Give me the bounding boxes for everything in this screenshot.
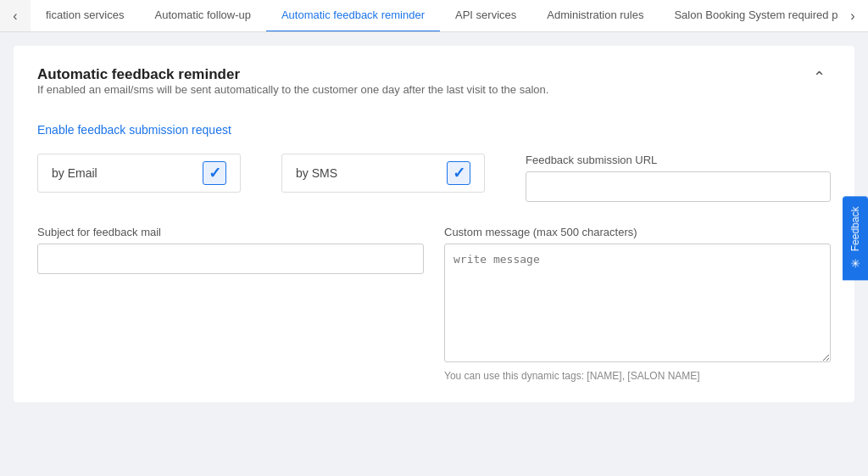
message-label: Custom message (max 500 characters) xyxy=(444,226,831,238)
tab-administration-rules[interactable]: Administration rules xyxy=(531,0,659,31)
url-input[interactable] xyxy=(526,171,831,202)
subject-input[interactable] xyxy=(37,244,424,274)
by-sms-checkmark: ✓ xyxy=(453,165,465,181)
by-email-label: by Email xyxy=(52,166,203,180)
section-label: Enable feedback submission request xyxy=(37,123,831,137)
tab-automatic-feedback[interactable]: Automatic feedback reminder xyxy=(266,0,440,31)
subject-label: Subject for feedback mail xyxy=(37,226,424,238)
feedback-reminder-card: Automatic feedback reminder If enabled a… xyxy=(14,46,854,402)
tabs-list: fication services Automatic follow-up Au… xyxy=(31,0,837,31)
card-title: Automatic feedback reminder xyxy=(37,66,548,83)
hint-text: You can use this dynamic tags: [NAME], [… xyxy=(444,370,831,382)
url-label: Feedback submission URL xyxy=(526,154,831,166)
subject-section: Subject for feedback mail xyxy=(37,226,424,382)
url-field-group: Feedback submission URL xyxy=(526,154,831,202)
message-section: Custom message (max 500 characters) You … xyxy=(444,226,831,382)
tab-api-services[interactable]: API services xyxy=(440,0,531,31)
by-sms-label: by SMS xyxy=(296,166,447,180)
message-textarea[interactable] xyxy=(444,244,831,362)
card-header-text: Automatic feedback reminder If enabled a… xyxy=(37,66,548,116)
tab-bar: ‹ fication services Automatic follow-up … xyxy=(0,0,868,32)
collapse-button[interactable]: ⌃ xyxy=(808,66,831,88)
feedback-sidebar-button[interactable]: ✳ Feedback xyxy=(843,196,868,280)
by-sms-checkbox[interactable]: ✓ xyxy=(447,161,470,185)
tab-prev-button[interactable]: ‹ xyxy=(0,0,31,32)
by-email-group: by Email ✓ xyxy=(37,154,241,193)
feedback-star-icon: ✳ xyxy=(849,256,862,270)
feedback-button-label: Feedback xyxy=(849,206,861,251)
tab-salon-booking[interactable]: Salon Booking System required pages xyxy=(659,0,837,31)
by-email-checkmark: ✓ xyxy=(209,165,221,181)
tab-automatic-followup[interactable]: Automatic follow-up xyxy=(139,0,265,31)
by-email-checkbox[interactable]: ✓ xyxy=(203,161,226,185)
card-subtitle: If enabled an email/sms will be sent aut… xyxy=(37,83,548,96)
tab-next-button[interactable]: › xyxy=(837,0,868,32)
two-col-section: Subject for feedback mail Custom message… xyxy=(37,226,831,382)
by-sms-group: by SMS ✓ xyxy=(281,154,485,193)
tab-notification-services[interactable]: fication services xyxy=(31,0,139,31)
main-content: Automatic feedback reminder If enabled a… xyxy=(0,32,868,476)
card-header: Automatic feedback reminder If enabled a… xyxy=(37,66,831,116)
